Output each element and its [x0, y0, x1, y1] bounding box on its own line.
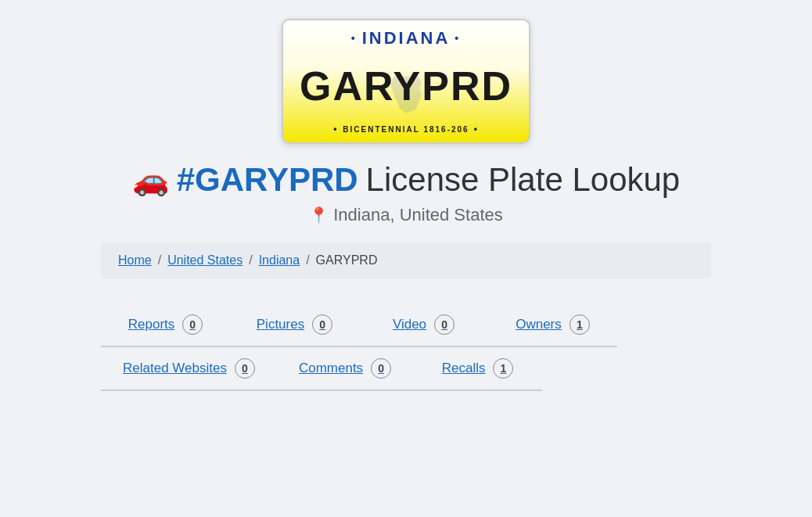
breadcrumb-united-states[interactable]: United States — [167, 253, 243, 267]
tab-badge: 0 — [312, 314, 332, 335]
location-text: Indiana, United States — [333, 205, 502, 225]
location-line: 📍 Indiana, United States — [309, 205, 502, 225]
plate-number: GARYPRD — [300, 66, 512, 106]
tab-label: Related Websites — [123, 361, 227, 376]
tab-label: Comments — [299, 361, 363, 376]
tab-label: Pictures — [257, 317, 304, 332]
tab-reports[interactable]: Reports0 — [101, 303, 230, 347]
tabs-row-2: Related Websites0Comments0Recalls1 — [101, 347, 711, 391]
tab-badge: 1 — [569, 314, 590, 335]
tab-owners[interactable]: Owners1 — [488, 303, 617, 347]
plate-state: INDIANA — [351, 28, 461, 48]
license-plate: INDIANA GARYPRD BICENTENNIAL 1816-206 — [282, 19, 530, 144]
breadcrumb-sep-3: / — [306, 253, 309, 267]
tab-pictures[interactable]: Pictures0 — [230, 303, 359, 347]
plate-number-title: #GARYPRD — [177, 161, 358, 199]
tab-badge: 0 — [434, 314, 455, 335]
breadcrumb-indiana[interactable]: Indiana — [259, 253, 300, 267]
tab-badge: 0 — [235, 358, 255, 379]
tab-badge: 0 — [371, 358, 391, 379]
tabs-row-1: Reports0Pictures0Video0Owners1 — [101, 303, 711, 347]
breadcrumb-home[interactable]: Home — [118, 253, 152, 267]
tab-label: Reports — [128, 317, 175, 332]
tab-comments[interactable]: Comments0 — [277, 347, 413, 391]
tabs-section: Reports0Pictures0Video0Owners1 Related W… — [101, 303, 711, 391]
tab-badge: 0 — [182, 314, 203, 335]
breadcrumb-sep-2: / — [249, 253, 252, 267]
tab-badge: 1 — [493, 358, 513, 379]
car-icon: 🚗 — [132, 163, 169, 197]
title-section: 🚗 #GARYPRD License Plate Lookup 📍 Indian… — [132, 161, 680, 225]
tab-label: Owners — [516, 317, 562, 332]
plate-bottom: BICENTENNIAL 1816-206 — [333, 124, 479, 135]
tab-related-websites[interactable]: Related Websites0 — [101, 347, 277, 391]
title-suffix: License Plate Lookup — [366, 161, 681, 199]
page-title: 🚗 #GARYPRD License Plate Lookup — [132, 161, 680, 199]
tab-recalls[interactable]: Recalls1 — [413, 347, 542, 391]
breadcrumb-current: GARYPRD — [316, 253, 378, 267]
breadcrumb: Home / United States / Indiana / GARYPRD — [101, 242, 711, 278]
tab-video[interactable]: Video0 — [359, 303, 488, 347]
tab-label: Recalls — [442, 361, 486, 376]
location-pin-icon: 📍 — [309, 206, 329, 224]
tab-label: Video — [393, 317, 426, 332]
breadcrumb-sep-1: / — [158, 253, 161, 267]
